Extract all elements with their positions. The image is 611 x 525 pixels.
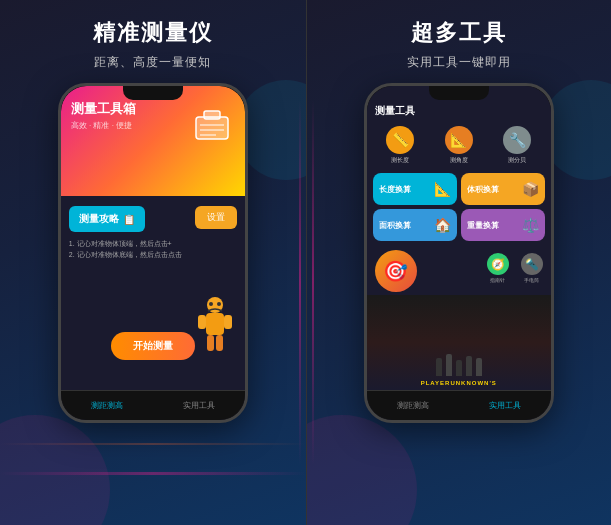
pink-bar <box>0 472 306 475</box>
soldier-4 <box>466 356 472 376</box>
length-convert-label: 长度换算 <box>379 184 411 195</box>
panel-highlight-right <box>312 100 314 465</box>
flashlight-label: 手电筒 <box>524 277 539 283</box>
right-phone: 测量工具 📏 测长度 📐 测角度 🔧 测分贝 <box>364 83 554 423</box>
right-panel: 超多工具 实用工具一键即用 测量工具 📏 测长度 📐 测角度 🔧 <box>306 0 612 525</box>
left-panel-title: 精准测量仪 <box>93 18 213 48</box>
game-title: PLAYERUNKNOWN'S <box>421 380 497 386</box>
panel-highlight-left <box>299 100 301 465</box>
left-panel: 精准测量仪 距离、高度一量便知 测量工具箱 高效 · 精准 · 便捷 <box>0 0 306 525</box>
flashlight-icon: 🔦 <box>521 253 543 275</box>
svg-rect-0 <box>196 117 228 139</box>
circle-section: 🎯 🧭 指南针 🔦 手电筒 <box>367 245 551 295</box>
instruction-2: 2. 记心对准物体底端，然后点击点击 <box>69 249 237 260</box>
left-phone-top: 测量工具箱 高效 · 精准 · 便捷 <box>61 86 245 196</box>
left-phone-middle: 测量攻略 📋 设置 1. 记心对准物体顶端，然后点击+ 2. 记心对准物体底端，… <box>61 196 245 390</box>
measure-guide-button[interactable]: 测量攻略 📋 <box>69 206 145 232</box>
compass-tool[interactable]: 🧭 指南针 <box>487 253 509 283</box>
measure-guide-label: 测量攻略 <box>79 212 119 226</box>
tab-distance-label-left: 测距测高 <box>91 400 123 411</box>
tab-tools-label-left: 实用工具 <box>183 400 215 411</box>
tab-distance-right[interactable]: 测距测高 <box>367 391 459 420</box>
mini-tools: 🧭 指南针 🔦 手电筒 <box>487 253 543 283</box>
compass-icon: 🧭 <box>487 253 509 275</box>
tab-distance-left[interactable]: 测距测高 <box>61 391 153 420</box>
ruler-icon: 📐 <box>434 181 451 197</box>
length-convert-btn[interactable]: 长度换算 📐 <box>373 173 457 205</box>
tab-tools-left[interactable]: 实用工具 <box>153 391 245 420</box>
right-panel-title: 超多工具 <box>411 18 507 48</box>
soldier-2 <box>446 354 452 376</box>
box-icon: 📦 <box>522 181 539 197</box>
right-phone-screen: 测量工具 📏 测长度 📐 测角度 🔧 测分贝 <box>367 86 551 420</box>
tab-tools-label-right: 实用工具 <box>489 400 521 411</box>
phone-notch-right <box>429 86 489 100</box>
soldier-silhouettes <box>436 354 482 376</box>
left-phone-bottom-tabs: 测距测高 实用工具 <box>61 390 245 420</box>
guide-icon: 📋 <box>123 214 135 225</box>
tab-distance-label-right: 测距测高 <box>397 400 429 411</box>
left-panel-subtitle: 距离、高度一量便知 <box>94 54 211 71</box>
flashlight-tool[interactable]: 🔦 手电筒 <box>521 253 543 283</box>
svg-rect-10 <box>216 335 223 351</box>
start-label: 开始测量 <box>133 340 173 351</box>
bg-decoration-3 <box>306 415 417 525</box>
svg-point-12 <box>217 302 221 306</box>
soldier-3 <box>456 360 462 376</box>
tool-decibel-icon: 🔧 <box>503 126 531 154</box>
speedometer-circle: 🎯 <box>375 250 417 292</box>
svg-rect-9 <box>207 335 214 351</box>
right-header-title: 测量工具 <box>375 104 543 118</box>
scale-icon: ⚖️ <box>522 217 539 233</box>
area-convert-label: 面积换算 <box>379 220 411 231</box>
tool-length-icon: 📏 <box>386 126 414 154</box>
tool-decibel-label: 测分贝 <box>508 156 526 165</box>
volume-convert-label: 体积换算 <box>467 184 499 195</box>
tool-box-image <box>187 96 237 146</box>
worker-illustration <box>190 295 240 355</box>
svg-rect-7 <box>198 315 206 329</box>
volume-convert-btn[interactable]: 体积换算 📦 <box>461 173 545 205</box>
settings-button[interactable]: 设置 <box>195 206 237 229</box>
weight-convert-label: 重量换算 <box>467 220 499 231</box>
tool-length-label: 测长度 <box>391 156 409 165</box>
action-buttons: 长度换算 📐 体积换算 📦 面积换算 🏠 重量换算 ⚖️ <box>367 169 551 245</box>
right-phone-bottom-tabs: 测距测高 实用工具 <box>367 390 551 420</box>
tool-length[interactable]: 📏 测长度 <box>373 126 428 165</box>
svg-rect-8 <box>224 315 232 329</box>
svg-rect-6 <box>206 313 224 335</box>
tool-decibel[interactable]: 🔧 测分贝 <box>490 126 545 165</box>
svg-rect-1 <box>204 111 220 119</box>
compass-label: 指南针 <box>490 277 505 283</box>
soldier-1 <box>436 358 442 376</box>
area-convert-btn[interactable]: 面积换算 🏠 <box>373 209 457 241</box>
phone-notch-left <box>123 86 183 100</box>
left-phone-screen: 测量工具箱 高效 · 精准 · 便捷 测量攻略 📋 <box>61 86 245 420</box>
tools-grid: 📏 测长度 📐 测角度 🔧 测分贝 <box>367 122 551 169</box>
svg-point-11 <box>209 302 213 306</box>
start-button[interactable]: 开始测量 <box>111 332 195 360</box>
bg-decoration-1 <box>0 415 110 525</box>
tool-angle-icon: 📐 <box>445 126 473 154</box>
settings-label: 设置 <box>207 212 225 222</box>
tool-angle-label: 测角度 <box>450 156 468 165</box>
game-area: PLAYERUNKNOWN'S <box>367 295 551 390</box>
right-panel-subtitle: 实用工具一键即用 <box>407 54 511 71</box>
soldier-5 <box>476 358 482 376</box>
game-banner: PLAYERUNKNOWN'S <box>367 295 551 390</box>
home-icon: 🏠 <box>434 217 451 233</box>
pink-bar-right <box>0 443 306 445</box>
instructions: 1. 记心对准物体顶端，然后点击+ 2. 记心对准物体底端，然后点击点击 <box>69 238 237 260</box>
instruction-1: 1. 记心对准物体顶端，然后点击+ <box>69 238 237 249</box>
weight-convert-btn[interactable]: 重量换算 ⚖️ <box>461 209 545 241</box>
tool-angle[interactable]: 📐 测角度 <box>431 126 486 165</box>
left-phone: 测量工具箱 高效 · 精准 · 便捷 测量攻略 📋 <box>58 83 248 423</box>
tab-tools-right[interactable]: 实用工具 <box>459 391 551 420</box>
